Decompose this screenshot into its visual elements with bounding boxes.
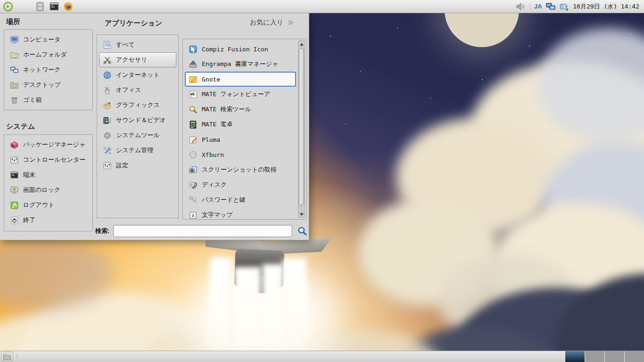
category-list: すべて アクセサリ インターネット オフィス グラフィックス サウンド＆ビデオ … <box>97 34 179 218</box>
search-input[interactable] <box>113 225 292 237</box>
chevrons-right-icon <box>287 19 295 26</box>
app-item-screenshot[interactable]: スクリーンショットの取得 <box>185 162 296 177</box>
logout-icon <box>10 201 19 210</box>
system-item-lock-screen[interactable]: 画面のロック <box>6 182 91 197</box>
scroll-down-button[interactable] <box>298 211 305 217</box>
system-tools-icon <box>103 131 112 140</box>
top-panel: JA 10月29日 (水) 14:42 <box>0 0 644 13</box>
place-item-home-folder[interactable]: ホームフォルダ <box>6 47 91 62</box>
firefox-icon <box>63 1 74 12</box>
system-item-logout[interactable]: ログアウト <box>6 197 91 213</box>
compiz-icon <box>189 45 198 54</box>
favorites-link[interactable]: お気に入り <box>250 18 295 27</box>
category-internet[interactable]: インターネット <box>99 67 176 82</box>
shutdown-icon <box>10 216 19 225</box>
trash-icon <box>10 96 19 105</box>
system-item-terminal[interactable]: 端末 <box>6 167 91 182</box>
category-graphics[interactable]: グラフィックス <box>99 98 176 113</box>
taskbar-grip[interactable] <box>16 354 18 359</box>
app-item-mate-font-viewer[interactable]: MATE フォントビューア <box>185 87 296 102</box>
places-header: 場所 <box>6 17 20 26</box>
home-folder-icon <box>10 50 19 59</box>
mate-main-menu: 場所 コンピュータ ホームフォルダ ネットワーク デスクトップ ゴミ箱 システム… <box>0 13 309 240</box>
firefox-launcher[interactable] <box>62 1 74 12</box>
category-office[interactable]: オフィス <box>99 82 176 98</box>
language-indicator[interactable]: JA <box>534 3 543 10</box>
show-desktop-button[interactable] <box>1 352 13 362</box>
system-item-shutdown[interactable]: 終了 <box>6 213 91 228</box>
computer-icon <box>10 35 19 44</box>
mate-menu-icon <box>3 1 13 12</box>
place-item-network[interactable]: ネットワーク <box>6 62 91 77</box>
category-all[interactable]: すべて <box>99 37 176 52</box>
tray-grip[interactable] <box>529 4 531 9</box>
category-sound-video[interactable]: サウンド＆ビデオ <box>99 113 176 128</box>
workspace-2[interactable] <box>585 351 604 362</box>
search-button[interactable] <box>296 225 308 237</box>
app-item-passwords-keys[interactable]: パスワードと鍵 <box>185 192 296 207</box>
gnote-icon <box>189 75 198 84</box>
workspace-4[interactable] <box>624 351 644 362</box>
system-item-package-manager[interactable]: パッケージマネージャ <box>6 137 91 152</box>
workspace-switcher <box>565 351 644 362</box>
font-viewer-icon <box>189 90 198 99</box>
office-icon <box>103 86 112 95</box>
search-icon <box>297 226 307 236</box>
app-item-character-map[interactable]: 文字マップ <box>185 207 296 222</box>
app-item-mate-calculator[interactable]: MATE 電卓 <box>185 117 296 132</box>
app-item-gnote[interactable]: Gnote <box>185 72 296 87</box>
mate-menu-button[interactable] <box>2 1 14 12</box>
volume-icon[interactable] <box>515 1 526 12</box>
workspace-3[interactable] <box>604 351 624 362</box>
category-accessories[interactable]: アクセサリ <box>99 52 176 67</box>
preferences-icon <box>103 161 112 170</box>
bottom-panel <box>0 351 644 362</box>
system-list: パッケージマネージャ コントロールセンター 端末 画面のロック ログアウト 終了 <box>4 134 93 231</box>
calculator-icon <box>189 120 198 129</box>
system-admin-icon <box>103 146 112 155</box>
system-item-control-center[interactable]: コントロールセンター <box>6 152 91 167</box>
graphics-icon <box>103 101 112 110</box>
sound-video-icon <box>103 116 112 125</box>
xfburn-icon <box>189 150 198 159</box>
scroll-up-button[interactable] <box>298 41 305 47</box>
system-header: システム <box>6 122 35 131</box>
app-item-mate-search-tool[interactable]: MATE 検索ツール <box>185 102 296 117</box>
search-label: 検索: <box>95 227 109 235</box>
app-item-pluma[interactable]: Pluma <box>185 132 296 147</box>
archive-manager-icon <box>189 60 198 69</box>
clock[interactable]: 10月29日 (水) 14:42 <box>573 2 639 11</box>
disks-icon <box>189 181 198 189</box>
workspace-1[interactable] <box>565 351 585 362</box>
accessories-icon <box>103 56 112 65</box>
all-applications-icon <box>103 41 112 49</box>
desktop-folder-icon <box>10 81 19 90</box>
app-list-scrollbar[interactable] <box>298 41 305 218</box>
network-icon <box>10 66 19 74</box>
internet-icon <box>103 71 112 80</box>
places-list: コンピュータ ホームフォルダ ネットワーク デスクトップ ゴミ箱 <box>4 29 93 110</box>
control-center-icon <box>10 156 19 165</box>
search-bar: 検索: <box>95 224 308 238</box>
network-icon[interactable] <box>545 1 556 12</box>
search-tool-icon <box>189 105 198 114</box>
pluma-icon <box>189 135 198 144</box>
file-manager-launcher[interactable] <box>34 1 46 12</box>
place-item-desktop[interactable]: デスクトップ <box>6 77 91 92</box>
terminal-launcher[interactable] <box>48 1 60 12</box>
app-item-compiz-fusion-icon[interactable]: Compiz Fusion Icon <box>185 41 296 57</box>
place-item-computer[interactable]: コンピュータ <box>6 32 91 47</box>
terminal-icon <box>49 1 59 12</box>
place-item-trash[interactable]: ゴミ箱 <box>6 92 91 107</box>
character-map-icon <box>189 211 198 220</box>
battery-icon[interactable] <box>559 1 570 12</box>
app-item-disks[interactable]: ディスク <box>185 177 296 192</box>
category-system-admin[interactable]: システム管理 <box>99 143 176 158</box>
category-system-tools[interactable]: システムツール <box>99 128 176 143</box>
screen-lock-icon <box>10 186 19 195</box>
package-manager-icon <box>10 140 19 149</box>
scrollbar-thumb[interactable] <box>299 48 304 206</box>
category-preferences[interactable]: 設定 <box>99 158 176 173</box>
app-item-xfburn[interactable]: Xfburn <box>185 147 296 162</box>
app-item-engrampa[interactable]: Engrampa 書庫マネージャ <box>185 57 296 72</box>
